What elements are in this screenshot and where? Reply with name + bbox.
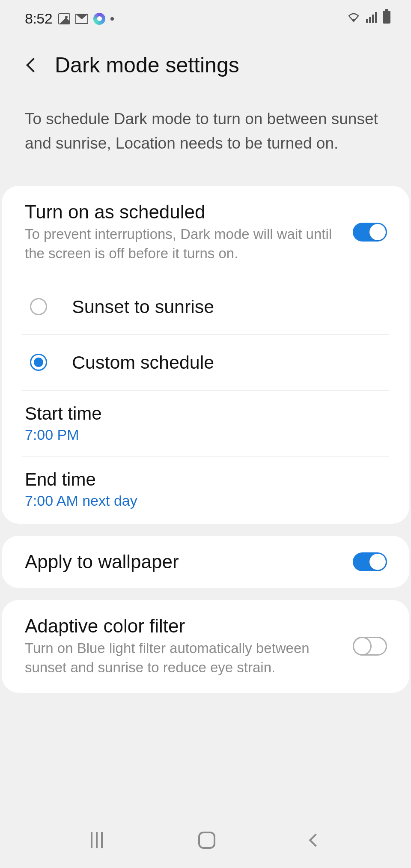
radio-icon[interactable] (30, 354, 47, 371)
adaptive-filter-sub: Turn on Blue light filter automatically … (25, 638, 344, 677)
start-time-label: Start time (25, 403, 102, 424)
adaptive-card: Adaptive color filter Turn on Blue light… (2, 600, 409, 693)
wifi-icon (347, 12, 360, 23)
option-sunset-label: Sunset to sunrise (72, 296, 214, 317)
radio-icon[interactable] (30, 298, 47, 315)
end-time-value: 7:00 AM next day (25, 492, 137, 509)
apply-wallpaper-row[interactable]: Apply to wallpaper (2, 536, 409, 588)
page-header: Dark mode settings (0, 31, 411, 86)
wallpaper-card: Apply to wallpaper (2, 536, 409, 588)
nav-recent-icon[interactable] (91, 832, 103, 848)
svg-point-0 (352, 19, 355, 21)
nav-back-icon[interactable] (309, 833, 322, 847)
status-bar: 8:52 (0, 0, 411, 31)
adaptive-filter-toggle[interactable] (353, 637, 387, 656)
apply-wallpaper-toggle[interactable] (353, 552, 387, 571)
apply-wallpaper-label: Apply to wallpaper (25, 551, 344, 573)
gallery-notif-icon (58, 13, 70, 24)
option-custom-label: Custom schedule (72, 352, 214, 373)
battery-icon (383, 11, 390, 24)
adaptive-filter-row[interactable]: Adaptive color filter Turn on Blue light… (2, 600, 409, 693)
gmail-notif-icon (75, 14, 88, 24)
nav-home-icon[interactable] (198, 832, 215, 849)
turn-on-scheduled-label: Turn on as scheduled (25, 201, 344, 223)
system-nav-bar (0, 821, 411, 868)
end-time-row[interactable]: End time 7:00 AM next day (2, 456, 409, 524)
turn-on-scheduled-sub: To prevent interruptions, Dark mode will… (25, 224, 344, 263)
page-title: Dark mode settings (55, 53, 239, 78)
turn-on-scheduled-row[interactable]: Turn on as scheduled To prevent interrup… (2, 186, 409, 279)
back-icon[interactable] (26, 58, 41, 72)
adaptive-filter-label: Adaptive color filter (25, 615, 344, 637)
schedule-description: To schedule Dark mode to turn on between… (0, 86, 411, 186)
turn-on-scheduled-toggle[interactable] (353, 223, 387, 242)
signal-icon (366, 12, 377, 23)
schedule-card: Turn on as scheduled To prevent interrup… (2, 186, 409, 524)
option-sunset-row[interactable]: Sunset to sunrise (2, 279, 409, 334)
status-clock: 8:52 (25, 10, 52, 27)
more-notif-icon (110, 17, 114, 21)
start-time-row[interactable]: Start time 7:00 PM (2, 391, 409, 456)
end-time-label: End time (25, 469, 96, 490)
app-notif-icon (93, 13, 105, 25)
start-time-value: 7:00 PM (25, 427, 79, 443)
option-custom-row[interactable]: Custom schedule (2, 335, 409, 390)
